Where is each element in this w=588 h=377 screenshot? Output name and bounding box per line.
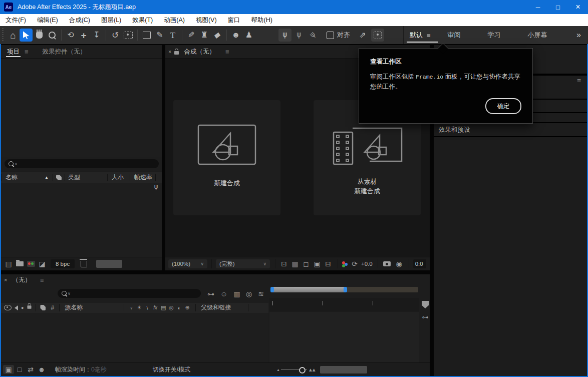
toggle-transfer-pane-icon[interactable]: □: [14, 365, 25, 373]
column-size[interactable]: 大小: [112, 173, 124, 182]
switch-frame-blend-icon[interactable]: ▤: [159, 304, 167, 311]
zoom-out-mountain-icon[interactable]: ▲: [276, 368, 280, 371]
camera-tool[interactable]: [122, 29, 135, 42]
tab-project[interactable]: 项目: [5, 45, 22, 58]
video-visibility-column-icon[interactable]: [4, 305, 12, 310]
navigator-end-handle[interactable]: [344, 287, 347, 292]
project-search-input[interactable]: ∨: [5, 159, 159, 168]
menu-effect[interactable]: 效果(T): [127, 14, 158, 26]
show-snapshot-icon[interactable]: ◉: [394, 260, 405, 268]
pan-camera-tool[interactable]: +: [77, 29, 90, 42]
switch-adjustment-icon[interactable]: ◐: [175, 305, 183, 311]
menu-file[interactable]: 文件(F): [0, 14, 32, 26]
hand-tool[interactable]: [33, 29, 46, 42]
workspace-tab-small-screen[interactable]: 小屏幕: [522, 26, 553, 44]
project-panel-menu-icon[interactable]: ≡: [22, 48, 32, 56]
label-column-icon[interactable]: [56, 175, 62, 180]
transparency-grid-icon[interactable]: ▦: [289, 260, 301, 268]
lock-column-icon[interactable]: [28, 305, 32, 308]
mask-visibility-icon[interactable]: ◻: [301, 260, 312, 268]
navigator-start-handle[interactable]: [270, 287, 274, 292]
composition-mini-flowchart-icon[interactable]: ⊶: [205, 290, 216, 298]
channel-colors-icon[interactable]: [342, 261, 345, 264]
navigator-visible-range[interactable]: [272, 287, 346, 292]
timeline-tab-label[interactable]: （无）: [10, 276, 33, 284]
timeline-zoom-control[interactable]: ▲ ▲▲: [276, 367, 315, 372]
properties-toggle-button[interactable]: [371, 29, 384, 42]
comp-marker-bin-icon[interactable]: [422, 301, 429, 308]
project-footer-scrollbar[interactable]: [96, 260, 122, 268]
pen-tool[interactable]: ✎: [153, 29, 166, 42]
world-axis-mode-button[interactable]: ⋔: [292, 29, 306, 42]
resolution-dropdown[interactable]: (完整) ∨: [216, 259, 270, 268]
lock-icon[interactable]: [174, 51, 179, 55]
exposure-value[interactable]: +0.0: [361, 261, 373, 267]
timeline-search-chevron-icon[interactable]: ∨: [68, 291, 71, 296]
toggle-inout-pane-icon[interactable]: ⇄: [25, 365, 36, 373]
region-of-interest-icon[interactable]: ▣: [312, 260, 323, 268]
view-axis-mode-button[interactable]: ⋔: [307, 29, 320, 42]
timeline-navigator-bar[interactable]: [270, 287, 418, 292]
local-axis-mode-button[interactable]: ⋔: [278, 29, 291, 42]
column-type[interactable]: 类型: [68, 173, 80, 182]
toggle-switches-pane-icon[interactable]: ▣: [3, 365, 14, 374]
effects-presets-header[interactable]: 效果和预设: [434, 123, 587, 136]
composition-panel-menu-icon[interactable]: ≡: [222, 48, 232, 56]
new-composition-icon[interactable]: [27, 261, 35, 267]
text-tool[interactable]: T: [166, 29, 179, 42]
project-item-list[interactable]: ⋔: [1, 183, 162, 257]
composition-tab-close-icon[interactable]: ×: [165, 49, 174, 55]
timeline-panel-menu-icon[interactable]: ≡: [37, 276, 47, 284]
home-button[interactable]: ⌂: [7, 29, 20, 42]
reset-exposure-icon[interactable]: ⟳: [349, 260, 360, 268]
frame-blending-icon[interactable]: ▥: [231, 290, 242, 298]
time-ruler[interactable]: [269, 298, 419, 311]
proxy-icon[interactable]: ◪: [37, 260, 48, 268]
orbit-camera-tool[interactable]: ⟲: [64, 29, 77, 42]
menu-help[interactable]: 帮助(H): [246, 14, 278, 26]
magnification-dropdown[interactable]: (100%) ∨: [168, 259, 207, 268]
project-flowchart-icon[interactable]: ⋔: [153, 184, 159, 191]
workspace-menu-icon[interactable]: ≡: [427, 32, 431, 39]
graph-editor-icon[interactable]: ≋: [255, 290, 266, 298]
timeline-tab-close-icon[interactable]: ×: [1, 277, 10, 283]
pixel-aspect-correction-icon[interactable]: ⊟: [323, 260, 334, 268]
eraser-tool[interactable]: ◆: [211, 29, 224, 42]
snap-checkbox[interactable]: [327, 32, 334, 39]
audio-column-icon[interactable]: [15, 305, 18, 310]
switch-fx-icon[interactable]: fx: [151, 305, 159, 310]
search-options-chevron-icon[interactable]: ∨: [15, 162, 18, 166]
comp-button-icon[interactable]: ⊶: [421, 313, 430, 321]
bit-depth-button[interactable]: 8 bpc: [51, 259, 75, 268]
toggle-switches-modes-button[interactable]: 切换开关/模式: [153, 365, 190, 374]
tab-effect-controls[interactable]: 效果控件（无）: [41, 48, 89, 56]
new-composition-card[interactable]: 新建合成: [173, 100, 280, 215]
menu-animation[interactable]: 动画(A): [158, 14, 190, 26]
menu-layer[interactable]: 图层(L): [96, 14, 127, 26]
switch-3d-icon[interactable]: ⊕: [183, 304, 191, 311]
trash-icon[interactable]: [81, 261, 87, 267]
column-name[interactable]: 名称: [6, 173, 18, 182]
zoom-slider-handle[interactable]: [299, 367, 306, 373]
workspace-tab-learn[interactable]: 学习: [482, 26, 507, 44]
zoom-tool[interactable]: [46, 29, 59, 42]
menu-view[interactable]: 视图(V): [190, 14, 222, 26]
parent-link-column-label[interactable]: 父级和链接: [201, 303, 231, 312]
rotation-tool[interactable]: ↺: [109, 29, 122, 42]
index-column-label[interactable]: #: [51, 304, 54, 311]
minimize-button[interactable]: ─: [528, 0, 548, 14]
workspace-overflow-button[interactable]: »: [576, 31, 581, 40]
zoom-in-mountain-icon[interactable]: ▲▲: [308, 367, 315, 372]
popup-ok-button[interactable]: 确定: [485, 98, 521, 114]
rectangle-tool[interactable]: [140, 29, 153, 42]
new-folder-icon[interactable]: [16, 261, 24, 266]
switch-collapse-icon[interactable]: ☀: [135, 304, 143, 311]
source-name-column-label[interactable]: 源名称: [65, 303, 83, 312]
switch-motion-blur-icon[interactable]: ◎: [167, 304, 175, 311]
snap-options-button[interactable]: ⇗: [356, 29, 369, 42]
sort-ascending-icon[interactable]: ▲: [45, 175, 49, 180]
snapshot-camera-icon[interactable]: [383, 261, 391, 266]
timeline-search-input[interactable]: ∨: [58, 289, 201, 298]
timeline-horizontal-scrollbar[interactable]: [320, 366, 367, 373]
dolly-camera-tool[interactable]: ↧: [90, 29, 103, 42]
